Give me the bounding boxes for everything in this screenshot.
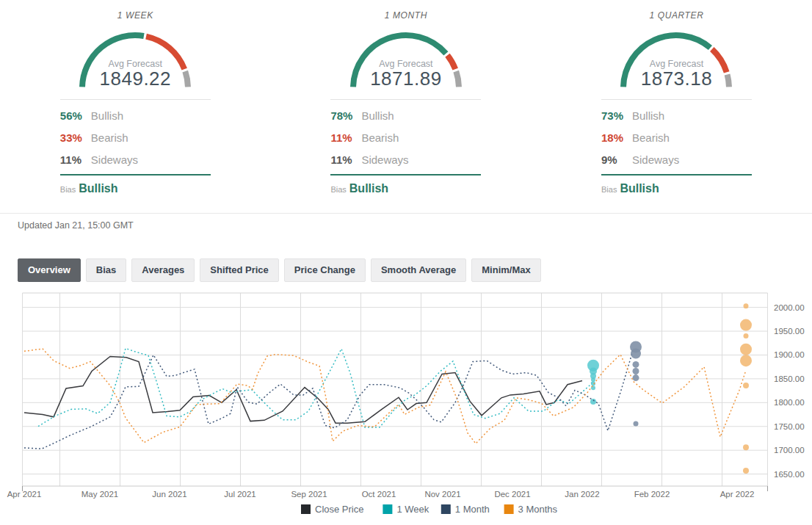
stat-percent: 18%	[601, 131, 632, 144]
bias-caption: Bias	[60, 185, 76, 194]
svg-text:Nov 2021: Nov 2021	[424, 490, 460, 499]
gauge-divider	[60, 99, 211, 100]
stat-bearish: 11%Bearish	[330, 126, 481, 148]
avg-forecast-gauge: Avg Forecast1849.22	[76, 23, 194, 90]
tab-smooth-average[interactable]: Smooth Average	[371, 258, 466, 282]
svg-text:1700.00: 1700.00	[774, 446, 805, 455]
tab-minim-max[interactable]: Minim/Max	[471, 258, 540, 282]
svg-text:1750.00: 1750.00	[774, 422, 805, 431]
stat-label: Sideways	[91, 153, 138, 166]
bias-value: Bullish	[79, 182, 117, 195]
chart-canvas[interactable]: Apr 2021May 2021Jun 2021Jul 2021Sep 2021…	[0, 289, 812, 525]
forecast-panel: 1 QUARTERAvg Forecast1873.1873%Bullish18…	[541, 6, 812, 195]
bias-caption: Bias	[601, 185, 617, 194]
svg-text:Feb 2022: Feb 2022	[634, 490, 670, 499]
svg-text:Dec 2021: Dec 2021	[494, 490, 530, 499]
forecast-chart: Apr 2021May 2021Jun 2021Jul 2021Sep 2021…	[0, 289, 812, 525]
stat-sideways: 11%Sideways	[60, 148, 211, 170]
stat-bullish: 73%Bullish	[601, 104, 752, 126]
stat-percent: 11%	[330, 131, 361, 144]
tab-bias[interactable]: Bias	[86, 258, 126, 282]
stat-percent: 11%	[330, 153, 361, 166]
forecast-poll-widget: 1 WEEKAvg Forecast1849.2256%Bullish33%Be…	[0, 0, 812, 525]
avg-forecast-gauge: Avg Forecast1873.18	[617, 23, 735, 90]
svg-text:Jul 2021: Jul 2021	[224, 490, 255, 499]
svg-text:1650.00: 1650.00	[774, 470, 805, 479]
bias-caption: Bias	[330, 185, 346, 194]
stat-percent: 73%	[601, 109, 632, 122]
forecast-bubbles	[587, 360, 599, 405]
bias-row: BiasBullish	[601, 182, 752, 195]
stat-label: Sideways	[361, 153, 408, 166]
updated-timestamp: Updated Jan 21, 15:00 GMT	[18, 220, 134, 231]
gauge-text: Avg Forecast1873.18	[617, 23, 735, 89]
chart-tabs: OverviewBiasAveragesShifted PricePrice C…	[18, 258, 541, 282]
svg-text:2000.00: 2000.00	[774, 303, 805, 312]
svg-text:Oct 2021: Oct 2021	[362, 490, 396, 499]
svg-text:1900.00: 1900.00	[774, 350, 805, 359]
tab-shifted-price[interactable]: Shifted Price	[200, 258, 278, 282]
legend-item-close-price[interactable]: Close Price	[301, 504, 363, 515]
section-divider	[0, 213, 812, 214]
svg-text:Jun 2021: Jun 2021	[152, 490, 186, 499]
series-close-price	[24, 356, 582, 423]
legend-item-3-months[interactable]: 3 Months	[504, 504, 558, 515]
svg-text:Apr 2022: Apr 2022	[720, 490, 755, 499]
forecast-bubbles	[630, 341, 642, 426]
x-axis-labels: Apr 2021May 2021Jun 2021Jul 2021Sep 2021…	[7, 490, 755, 499]
tab-overview[interactable]: Overview	[18, 258, 81, 282]
stat-percent: 11%	[60, 153, 91, 166]
bias-underline	[60, 174, 211, 175]
legend-item-1-month[interactable]: 1 Month	[441, 504, 490, 515]
gauge-divider	[601, 99, 752, 100]
tab-averages[interactable]: Averages	[131, 258, 195, 282]
stat-bullish: 78%Bullish	[330, 104, 481, 126]
gauge-text: Avg Forecast1849.22	[76, 23, 194, 89]
svg-text:Close Price: Close Price	[315, 504, 363, 515]
chart-legend: Close Price1 Week1 Month3 Months	[301, 504, 558, 515]
svg-text:3 Months: 3 Months	[518, 504, 558, 515]
svg-text:Apr 2021: Apr 2021	[7, 490, 42, 499]
stat-sideways: 11%Sideways	[330, 148, 481, 170]
forecast-panels: 1 WEEKAvg Forecast1849.2256%Bullish33%Be…	[0, 0, 812, 195]
forecast-panel: 1 WEEKAvg Forecast1849.2256%Bullish33%Be…	[0, 6, 271, 195]
sentiment-stats: 73%Bullish18%Bearish9%Sideways	[601, 104, 752, 170]
grid	[23, 293, 768, 491]
avg-forecast-gauge: Avg Forecast1871.89	[347, 23, 465, 90]
sentiment-stats: 56%Bullish33%Bearish11%Sideways	[60, 104, 211, 170]
bias-value: Bullish	[349, 182, 388, 195]
panel-period-title: 1 QUARTER	[650, 10, 704, 21]
svg-text:1850.00: 1850.00	[774, 374, 805, 383]
y-axis-labels: 2000.001950.001900.001850.001800.001750.…	[774, 303, 805, 479]
stat-percent: 78%	[330, 109, 361, 122]
stat-bearish: 33%Bearish	[60, 126, 211, 148]
svg-text:Sep 2021: Sep 2021	[291, 490, 327, 499]
tab-price-change[interactable]: Price Change	[284, 258, 366, 282]
svg-text:1800.00: 1800.00	[774, 398, 805, 407]
svg-text:Jan 2022: Jan 2022	[565, 490, 599, 499]
stat-percent: 9%	[601, 153, 632, 166]
gauge-text: Avg Forecast1871.89	[347, 23, 465, 89]
avg-forecast-value: 1871.89	[347, 69, 465, 89]
stat-label: Bullish	[361, 109, 394, 122]
bias-underline	[330, 174, 481, 175]
svg-text:May 2021: May 2021	[81, 490, 119, 499]
stat-label: Sideways	[632, 153, 679, 166]
avg-forecast-value: 1873.18	[617, 69, 735, 89]
bias-row: BiasBullish	[330, 182, 481, 195]
stat-percent: 33%	[60, 131, 91, 144]
svg-text:1 Week: 1 Week	[396, 504, 429, 515]
svg-text:1950.00: 1950.00	[774, 327, 805, 336]
stat-label: Bullish	[632, 109, 664, 122]
stat-label: Bullish	[91, 109, 123, 122]
legend-item-1-week[interactable]: 1 Week	[383, 504, 429, 515]
stat-percent: 56%	[60, 109, 91, 122]
stat-label: Bearish	[632, 131, 670, 144]
bias-row: BiasBullish	[60, 182, 211, 195]
panel-period-title: 1 WEEK	[117, 10, 153, 21]
gauge-divider	[330, 99, 481, 100]
stat-bullish: 56%Bullish	[60, 104, 211, 126]
avg-forecast-value: 1849.22	[76, 69, 194, 89]
forecast-panel: 1 MONTHAvg Forecast1871.8978%Bullish11%B…	[271, 6, 542, 195]
series-1-week	[38, 348, 599, 427]
